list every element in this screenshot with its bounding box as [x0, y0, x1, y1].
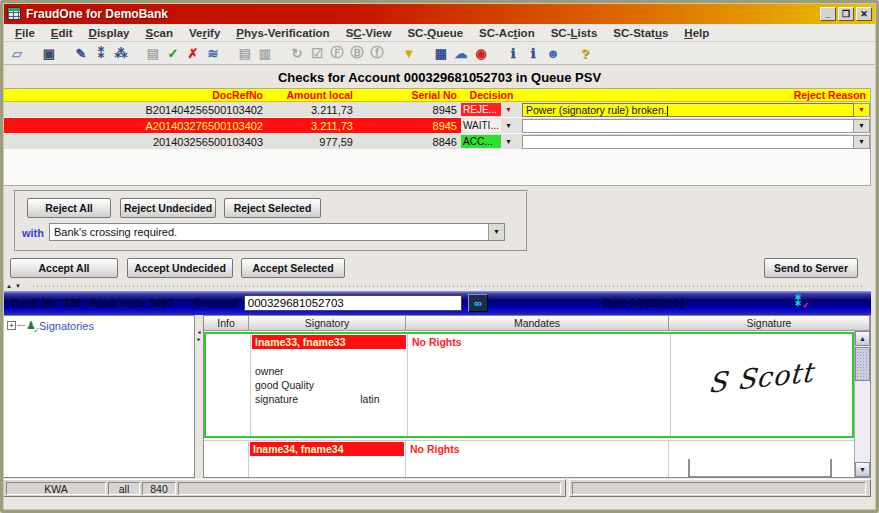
menu-verify[interactable]: Verify: [181, 27, 228, 39]
reject-all-button[interactable]: Reject All: [27, 198, 111, 218]
menu-edit[interactable]: Edit: [43, 27, 81, 39]
signatory-group-icon[interactable]: ⁂: [112, 44, 130, 62]
menu-sc-queue[interactable]: SC-Queue: [399, 27, 471, 39]
check-mark-icon: ✓: [33, 326, 40, 335]
signatories-globe-icon[interactable]: ☁: [452, 44, 470, 62]
reject-reason-field[interactable]: [522, 135, 854, 149]
queue-stats-icon[interactable]: ▦: [432, 44, 450, 62]
reject-reason-text: Power (signatory rule) broken.: [526, 104, 667, 116]
info-add-icon[interactable]: ℹ: [524, 44, 542, 62]
maximize-button[interactable]: ❐: [838, 7, 854, 21]
menu-sc-action[interactable]: SC-Action: [471, 27, 543, 39]
col-info: Info: [204, 316, 249, 331]
account-search-icon[interactable]: ∞: [468, 294, 488, 312]
menu-sc-status[interactable]: SC-Status: [605, 27, 676, 39]
send-to-server-button[interactable]: Send to Server: [764, 258, 858, 278]
signature-image: S Scott: [680, 353, 841, 401]
account-input[interactable]: [244, 295, 462, 311]
signatory-cell: lname33, fname33 owner good Quality sign…: [251, 334, 408, 436]
signature-cell: [669, 441, 854, 478]
reject-reason-field[interactable]: [522, 119, 854, 133]
combobox-dropdown-icon[interactable]: ▼: [488, 224, 504, 240]
help-icon[interactable]: ?: [576, 44, 594, 62]
reason-dropdown-icon[interactable]: ▼: [854, 135, 870, 149]
info-cell: [206, 334, 251, 436]
mandates-value: No Rights: [408, 334, 670, 348]
signatory-detail-signature-type: signature latin: [251, 393, 407, 405]
col-reject-reason: Reject Reason: [522, 89, 870, 101]
signatory-detail-quality: good Quality: [251, 379, 407, 391]
accept-signatory-icon[interactable]: ✓: [164, 44, 182, 62]
check-row-1[interactable]: B201404256500103402 3.211,73 8945 REJE..…: [4, 102, 870, 118]
menu-file[interactable]: File: [7, 27, 43, 39]
sweep-queue-icon[interactable]: ≋: [204, 44, 222, 62]
reason-dropdown-icon[interactable]: ▼: [854, 119, 870, 133]
eraser-icon[interactable]: ▱: [8, 44, 26, 62]
reload-icon: ↻: [288, 44, 306, 62]
horizontal-splitter[interactable]: ▲ ▼: [3, 282, 871, 290]
mandates-cell: No Rights: [406, 441, 669, 478]
minimize-button[interactable]: _: [820, 7, 836, 21]
menu-sc-lists[interactable]: SC-Lists: [543, 27, 606, 39]
menu-phys-verification[interactable]: Phys-Verification: [228, 27, 337, 39]
info-icon[interactable]: ℹ: [504, 44, 522, 62]
tree-connector: [17, 325, 25, 326]
signatories-root-label: Signatories: [39, 320, 94, 332]
reject-reason-field[interactable]: Power (signatory rule) broken.: [522, 103, 854, 117]
signatory-detail-owner: owner: [251, 365, 407, 377]
signature-scrollbar[interactable]: ▲ ▼: [854, 331, 870, 477]
form-b-icon: Ⓑ: [348, 44, 366, 62]
bank-no-label: Bank-No.: [11, 297, 59, 309]
signatory-table-header: Info Signatory Mandates Signature: [204, 316, 870, 331]
check-row-3[interactable]: 201403256500103403 977,59 8846 ACC... ▼ …: [4, 134, 870, 150]
date-label: Date: [603, 297, 627, 309]
scrollbar-thumb[interactable]: [855, 347, 870, 381]
col-amount-local: Amount local: [267, 89, 357, 101]
signatory-pair-icon[interactable]: ⁑: [92, 44, 110, 62]
signatories-tree-root[interactable]: + ♟✓ Signatories: [7, 319, 194, 332]
signatory-row-2[interactable]: lname34, fname34 No Rights: [204, 440, 854, 478]
mandates-value: No Rights: [406, 441, 668, 455]
status-scope: all: [108, 482, 140, 495]
menu-bar: File Edit Display Scan Verify Phys-Verif…: [3, 24, 876, 42]
reason-dropdown-icon[interactable]: ▼: [854, 103, 870, 117]
scan-monitor-icon[interactable]: ▣: [40, 44, 58, 62]
splitter-collapse-up-icon[interactable]: ▲: [6, 282, 12, 290]
decision-dropdown-icon[interactable]: ▼: [501, 135, 516, 148]
account-bar: Bank-No. 329 Bank code 3297 Account ∞ Da…: [3, 291, 871, 315]
accept-undecided-button[interactable]: Accept Undecided: [127, 258, 233, 278]
accept-selected-button[interactable]: Accept Selected: [241, 258, 345, 278]
scroll-down-icon[interactable]: ▼: [855, 462, 870, 477]
user-globe-icon[interactable]: ☻: [544, 44, 562, 62]
decision-dropdown-icon[interactable]: ▼: [501, 103, 516, 116]
menu-scan[interactable]: Scan: [137, 27, 181, 39]
menu-sc-view[interactable]: SC-View: [338, 27, 400, 39]
signatory-edit-icon[interactable]: ✎: [72, 44, 90, 62]
menu-help[interactable]: Help: [676, 27, 717, 39]
reject-undecided-button[interactable]: Reject Undecided: [120, 198, 216, 218]
signatories-tree-panel: + ♟✓ Signatories: [3, 315, 195, 478]
splitter-collapse-down-icon[interactable]: ▼: [15, 282, 21, 290]
reject-reason-combobox[interactable]: Bank's crossing required. ▼: [49, 223, 505, 241]
signatory-table: Info Signatory Mandates Signature lname3…: [203, 315, 871, 478]
check-row-2[interactable]: A201403276500103402 3.211,73 8945 WAITI.…: [4, 118, 870, 134]
scroll-up-icon[interactable]: ▲: [855, 331, 870, 346]
signatory-sort-icon[interactable]: ⁑✓: [789, 295, 807, 311]
cart-alert-icon[interactable]: ◉: [472, 44, 490, 62]
decision-dropdown-icon[interactable]: ▼: [501, 119, 516, 132]
signatory-row-1[interactable]: lname33, fname33 owner good Quality sign…: [204, 332, 854, 438]
decision-cell: ACC... ▼: [461, 134, 522, 149]
reject-signatory-icon[interactable]: ✗: [184, 44, 202, 62]
close-button[interactable]: ✕: [856, 7, 872, 21]
queue-filter-icon[interactable]: ▼: [400, 44, 418, 62]
combobox-value: Bank's crossing required.: [50, 224, 488, 240]
tree-expand-icon[interactable]: +: [7, 321, 16, 330]
reject-selected-button[interactable]: Reject Selected: [224, 198, 321, 218]
serial-cell: 8945: [357, 102, 461, 117]
splitter-grip[interactable]: [33, 285, 865, 287]
amount-cell: 3.211,73: [267, 118, 357, 133]
menu-display[interactable]: Display: [81, 27, 138, 39]
signatory-name: lname33, fname33: [252, 335, 406, 349]
vertical-splitter[interactable]: ◂▸: [195, 315, 203, 478]
accept-all-button[interactable]: Accept All: [10, 258, 118, 278]
